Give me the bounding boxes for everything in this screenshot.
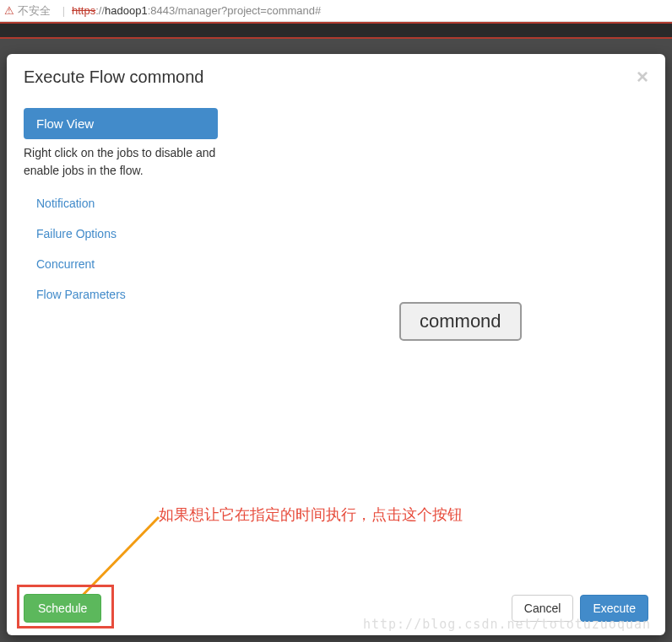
browser-address-bar: ⚠ 不安全 | https://hadoop1:8443/manager?pro… xyxy=(0,0,672,22)
divider: | xyxy=(62,4,65,17)
modal-body: Flow View Right click on the jobs to dis… xyxy=(7,100,665,581)
url-protocol: https xyxy=(72,4,95,17)
flow-view-button[interactable]: Flow View xyxy=(24,108,218,139)
app-header-strip xyxy=(0,22,672,39)
annotation-text: 如果想让它在指定的时间执行，点击这个按钮 xyxy=(159,504,463,525)
warning-icon: ⚠ xyxy=(4,4,14,17)
schedule-button[interactable]: Schedule xyxy=(24,594,101,623)
url-field[interactable]: https://hadoop1:8443/manager?project=com… xyxy=(72,4,321,17)
sidebar-item-flow-parameters[interactable]: Flow Parameters xyxy=(36,288,126,301)
flow-graph-area[interactable]: commond xyxy=(226,108,648,573)
footer-right-buttons: Cancel Execute xyxy=(512,595,648,622)
modal-header: Execute Flow commond × xyxy=(7,54,665,100)
security-label: 不安全 xyxy=(18,4,51,17)
flow-node-commond[interactable]: commond xyxy=(399,302,522,341)
execute-button[interactable]: Execute xyxy=(580,595,648,622)
cancel-button[interactable]: Cancel xyxy=(512,595,574,622)
url-host: hadoop1 xyxy=(105,4,148,17)
modal-sidebar: Flow View Right click on the jobs to dis… xyxy=(24,108,226,573)
close-icon[interactable]: × xyxy=(637,67,648,87)
security-warning: ⚠ 不安全 xyxy=(4,3,51,19)
sidebar-nav: Notification Failure Options Concurrent … xyxy=(24,188,226,310)
execute-flow-modal: Execute Flow commond × Flow View Right c… xyxy=(7,54,665,635)
sidebar-item-concurrent[interactable]: Concurrent xyxy=(36,257,95,271)
flow-view-hint: Right click on the jobs to disable and e… xyxy=(24,144,218,180)
modal-title: Execute Flow commond xyxy=(24,67,203,87)
sidebar-item-notification[interactable]: Notification xyxy=(36,197,95,210)
url-path: :8443/manager?project=command# xyxy=(148,4,322,17)
sidebar-item-failure-options[interactable]: Failure Options xyxy=(36,227,117,240)
modal-footer: Schedule Cancel Execute xyxy=(7,581,665,635)
